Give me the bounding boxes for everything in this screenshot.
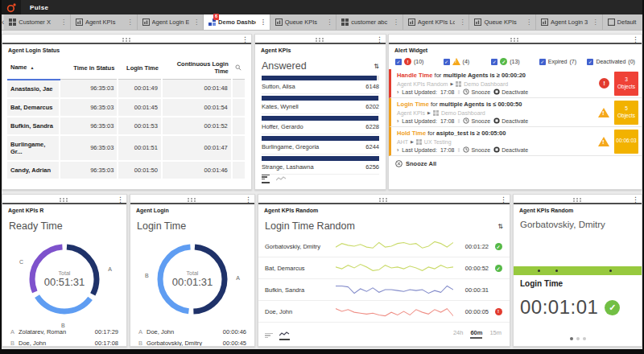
table-row-bat-demarcus[interactable]: Bat, Demarcus96:35:0300:01:4500:01:54 bbox=[7, 98, 246, 117]
alert-value-badge: 00:06:03 bbox=[614, 130, 638, 154]
tab-customer-abc[interactable]: customer abc⋮ bbox=[336, 14, 403, 30]
table-row-bufkin-sandra[interactable]: Bufkin, Sandra96:35:0300:01:5300:01:52 bbox=[7, 117, 246, 135]
tab-customer-x[interactable]: Customer X⋮ bbox=[4, 14, 71, 30]
tab-agent-login-exten[interactable]: Agent Login Exten⋮ bbox=[138, 14, 204, 30]
snooze-all-label: Snooze All bbox=[406, 160, 436, 167]
checkbox-checked[interactable]: ✓ bbox=[587, 59, 593, 65]
widget-menu-button[interactable]: ⋮ bbox=[500, 195, 507, 204]
alert-threshold: is ≥ 00:00:20 bbox=[489, 72, 526, 79]
carousel-dot-1[interactable] bbox=[570, 337, 573, 340]
sort-toggle-icon[interactable]: ⇅ bbox=[374, 63, 379, 70]
widget-menu-button[interactable]: ⋮ bbox=[376, 35, 383, 44]
widget-menu-button[interactable]: ⋮ bbox=[117, 195, 124, 204]
drag-handle-icon[interactable] bbox=[510, 38, 512, 39]
bar-track bbox=[262, 76, 379, 80]
donut-legend: ADoe, John00:00:46BGorbatovskiy, Dmitry0… bbox=[130, 321, 254, 347]
spark-row-gorbatovskiy-dmitry[interactable]: Gorbatovskiy, Dmitry00:01:22✓ bbox=[258, 236, 510, 257]
checkbox-checked[interactable]: ✓ bbox=[491, 59, 497, 65]
column-header-time-in-status[interactable]: Time in Status bbox=[60, 56, 118, 80]
cell: 96:35:03 bbox=[60, 117, 118, 135]
checkbox-checked[interactable]: ✓ bbox=[395, 59, 402, 65]
legend-row-doe-john[interactable]: BDoe, John00:17:08 bbox=[10, 337, 118, 347]
genesys-logo-icon[interactable] bbox=[2, 0, 21, 14]
tab-menu-button[interactable]: ⋮ bbox=[126, 19, 135, 26]
column-header-name[interactable]: Name▲ bbox=[7, 56, 60, 80]
bar-value: 6148 bbox=[365, 83, 379, 90]
column-header-login-time[interactable]: Login Time bbox=[118, 56, 162, 80]
search-icon[interactable] bbox=[235, 64, 242, 71]
bar-row-burlingame-gregoria[interactable]: Burlingame, Gregoria6244 bbox=[262, 136, 379, 154]
widget-chrome: ⋮ bbox=[130, 195, 254, 204]
metric-value: 00:00:05 bbox=[453, 308, 489, 315]
drag-handle-icon[interactable] bbox=[188, 198, 189, 200]
tab-agent-kpis-long[interactable]: Agent KPIs Long⋮ bbox=[403, 14, 470, 30]
tab-menu-button[interactable]: ⋮ bbox=[324, 19, 334, 26]
deactivate-button[interactable]: Deactivate bbox=[493, 146, 528, 153]
tab-menu-button[interactable]: ⋮ bbox=[258, 19, 268, 26]
tab-menu-button[interactable]: ⋮ bbox=[591, 19, 601, 26]
table-row-anastasio-jae[interactable]: Anastasio, Jae96:35:0300:01:4900:01:48 bbox=[7, 80, 246, 98]
drag-handle-icon[interactable] bbox=[379, 198, 381, 200]
bar-view-toggle-icon[interactable] bbox=[262, 175, 270, 184]
range-option-60m[interactable]: 60m bbox=[470, 329, 482, 339]
legend-row-doe-john[interactable]: ADoe, John00:00:46 bbox=[138, 326, 246, 337]
sparkline-view-toggle-icon[interactable] bbox=[276, 175, 287, 183]
widget-menu-button[interactable]: ⋮ bbox=[632, 195, 639, 204]
legend-name: Zolatarev, Roman bbox=[19, 328, 66, 335]
drag-handle-icon[interactable] bbox=[122, 38, 124, 39]
sort-toggle-icon[interactable]: ⇅ bbox=[497, 223, 503, 230]
tab-menu-button[interactable]: ⋮ bbox=[192, 19, 201, 26]
spark-row-doe-john[interactable]: Doe, John00:00:05! bbox=[258, 301, 510, 323]
alert-expander[interactable]: › bbox=[397, 118, 398, 124]
range-option-24h[interactable]: 24h bbox=[453, 329, 464, 339]
spark-row-bufkin-sandra[interactable]: Bufkin, Sandra00:00:31 bbox=[258, 279, 510, 301]
deactivate-button[interactable]: Deactivate bbox=[493, 88, 528, 95]
ok-circle-icon: ✓ bbox=[495, 243, 502, 250]
last-updated-time: 17:08 bbox=[440, 118, 455, 124]
bar-row-sutton-alisa[interactable]: Sutton, Alisa6148 bbox=[262, 76, 379, 94]
deactivate-button[interactable]: Deactivate bbox=[493, 117, 528, 124]
table-row-candy-adrian[interactable]: Candy, Adrian96:35:0300:01:5000:01:46 bbox=[7, 161, 246, 179]
bar-view-toggle-icon[interactable] bbox=[265, 333, 273, 341]
tab-agent-login-3[interactable]: Agent Login 3⋮ bbox=[536, 14, 603, 30]
drag-handle-icon[interactable] bbox=[60, 198, 61, 200]
error-circle-icon: ! bbox=[599, 78, 609, 88]
widget-menu-button[interactable]: ⋮ bbox=[242, 35, 249, 44]
tab-agent-kpis[interactable]: Agent KPIs⋮ bbox=[71, 14, 138, 30]
snooze-button[interactable]: Snooze bbox=[463, 117, 490, 124]
cell: 96:35:03 bbox=[60, 98, 118, 117]
widget-menu-button[interactable]: ⋮ bbox=[632, 35, 639, 44]
column-search[interactable] bbox=[232, 56, 246, 80]
legend-row-gorbatovskiy-dmitry[interactable]: BGorbatovskiy, Dmitry00:00:45 bbox=[138, 337, 246, 347]
tab-label: Demo Dashboard bbox=[218, 19, 256, 26]
table-row-burlingame-gr[interactable]: Burlingame, Gr...96:35:0300:01:5100:01:4… bbox=[7, 135, 246, 161]
snooze-button[interactable]: Snooze bbox=[463, 146, 490, 153]
range-option-15m[interactable]: 15m bbox=[489, 329, 502, 339]
tab-demo-dashboard[interactable]: 6Demo Dashboard⋮ bbox=[204, 14, 270, 30]
tab-queue-kpis[interactable]: Queue KPIs⋮ bbox=[270, 14, 337, 30]
checkbox-checked[interactable]: ✓ bbox=[444, 59, 450, 65]
snooze-all-button[interactable]: Snooze All bbox=[389, 156, 642, 171]
drag-handle-icon[interactable] bbox=[573, 198, 575, 200]
tab-menu-button[interactable]: ⋮ bbox=[524, 19, 534, 26]
tab-menu-button[interactable]: ⋮ bbox=[391, 19, 401, 26]
column-header-continuous-login-time[interactable]: Continuous Login Time bbox=[162, 56, 232, 80]
tab-menu-button[interactable]: ⋮ bbox=[457, 19, 467, 26]
checkbox-checked[interactable]: ✓ bbox=[539, 59, 546, 65]
cell: 00:01:47 bbox=[162, 135, 232, 161]
bar-row-strange-lashawna[interactable]: Strange, Lashawna6256 bbox=[262, 156, 379, 175]
bar-row-kates-wynell[interactable]: Kates, Wynell6202 bbox=[262, 96, 379, 114]
tab-menu-button[interactable]: ⋮ bbox=[59, 19, 68, 26]
tab-queue-kpis[interactable]: Queue KPIs⋮ bbox=[469, 14, 536, 30]
carousel-dot-2[interactable] bbox=[576, 337, 580, 340]
tab-default[interactable]: Default bbox=[603, 14, 642, 30]
alert-expander[interactable]: › bbox=[397, 147, 398, 153]
bar-row-hoffer-gerardo[interactable]: Hoffer, Gerardo6228 bbox=[262, 116, 379, 134]
sparkline-view-toggle-icon[interactable] bbox=[279, 331, 290, 340]
drag-handle-icon[interactable] bbox=[316, 38, 317, 39]
spark-row-bat-demarcus[interactable]: Bat, Demarcus00:00:52✓ bbox=[258, 257, 510, 279]
alert-expander[interactable]: › bbox=[397, 89, 398, 95]
widget-menu-button[interactable]: ⋮ bbox=[245, 195, 252, 204]
carousel-dot-3[interactable] bbox=[583, 337, 586, 340]
snooze-button[interactable]: Snooze bbox=[463, 88, 490, 95]
